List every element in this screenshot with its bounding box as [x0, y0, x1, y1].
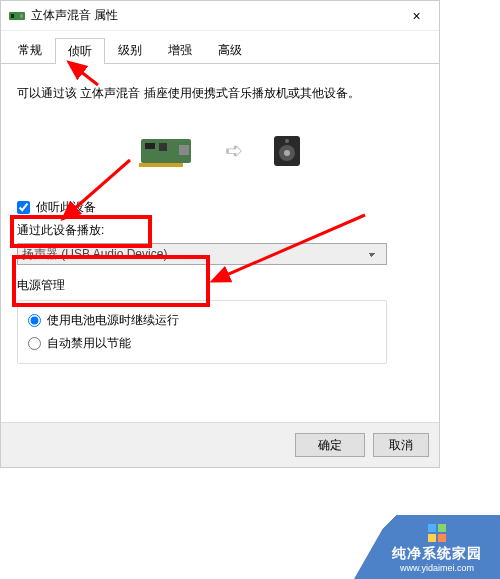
listen-checkbox[interactable] — [17, 201, 30, 214]
soundcard-icon — [139, 133, 195, 169]
svg-rect-6 — [179, 145, 189, 155]
close-icon: × — [412, 8, 420, 24]
power-radio-group: 使用电池电源时继续运行 自动禁用以节能 — [17, 300, 387, 364]
dialog-footer: 确定 取消 — [1, 422, 439, 467]
cancel-button[interactable]: 取消 — [373, 433, 429, 457]
tab-enhancements[interactable]: 增强 — [155, 37, 205, 63]
tab-general[interactable]: 常规 — [5, 37, 55, 63]
close-button[interactable]: × — [394, 1, 439, 31]
arrow-icon: ➪ — [225, 138, 243, 164]
tab-strip: 常规 侦听 级别 增强 高级 — [1, 31, 439, 64]
svg-point-10 — [284, 150, 290, 156]
svg-rect-19 — [438, 524, 446, 532]
svg-rect-1 — [11, 14, 14, 18]
tab-listen[interactable]: 侦听 — [55, 38, 105, 64]
tab-content: 可以通过该 立体声混音 插座使用便携式音乐播放机或其他设备。 ➪ 侦听此设备 通… — [1, 64, 439, 372]
properties-dialog: 立体声混音 属性 × 常规 侦听 级别 增强 高级 可以通过该 立体声混音 插座… — [0, 0, 440, 468]
svg-rect-7 — [139, 163, 183, 167]
watermark-logo-icon — [425, 521, 449, 545]
svg-rect-20 — [428, 534, 436, 542]
power-title: 电源管理 — [17, 277, 423, 294]
ok-button[interactable]: 确定 — [295, 433, 365, 457]
audio-device-icon — [9, 10, 25, 22]
power-section: 电源管理 使用电池电源时继续运行 自动禁用以节能 — [17, 277, 423, 364]
radio-disable[interactable] — [28, 337, 41, 350]
playback-label: 通过此设备播放: — [17, 222, 423, 239]
speaker-icon — [273, 135, 301, 167]
description-text: 可以通过该 立体声混音 插座使用便携式音乐播放机或其他设备。 — [17, 84, 423, 103]
watermark-url: www.yidaimei.com — [400, 563, 474, 573]
titlebar: 立体声混音 属性 × — [1, 1, 439, 31]
svg-rect-5 — [159, 143, 167, 151]
window-title: 立体声混音 属性 — [31, 7, 118, 24]
device-select-wrap: 扬声器 (USB Audio Device) — [17, 243, 423, 265]
playback-device-select[interactable]: 扬声器 (USB Audio Device) — [17, 243, 387, 265]
radio-disable-label: 自动禁用以节能 — [47, 335, 131, 352]
svg-rect-21 — [438, 534, 446, 542]
power-option-continue[interactable]: 使用电池电源时继续运行 — [28, 309, 376, 332]
svg-rect-4 — [145, 143, 155, 149]
power-option-disable[interactable]: 自动禁用以节能 — [28, 332, 376, 355]
svg-point-11 — [285, 139, 289, 143]
watermark: 纯净系统家园 www.yidaimei.com — [354, 515, 500, 579]
tab-levels[interactable]: 级别 — [105, 37, 155, 63]
listen-checkbox-label: 侦听此设备 — [36, 199, 96, 216]
tab-advanced[interactable]: 高级 — [205, 37, 255, 63]
radio-continue[interactable] — [28, 314, 41, 327]
watermark-brand: 纯净系统家园 — [392, 545, 482, 563]
radio-continue-label: 使用电池电源时继续运行 — [47, 312, 179, 329]
listen-checkbox-row: 侦听此设备 — [17, 199, 423, 216]
svg-rect-18 — [428, 524, 436, 532]
svg-rect-2 — [20, 14, 23, 18]
device-diagram: ➪ — [17, 133, 423, 169]
